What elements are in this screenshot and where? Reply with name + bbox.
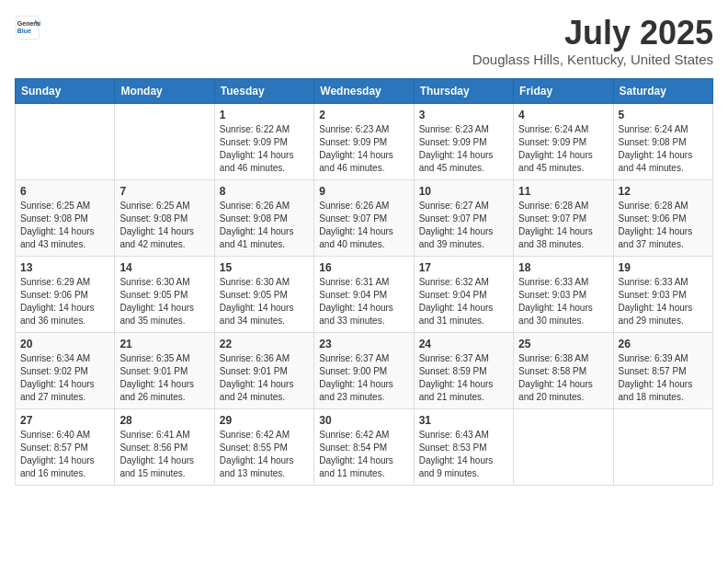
day-number: 6 — [20, 185, 109, 198]
day-info: Sunrise: 6:31 AMSunset: 9:04 PMDaylight:… — [319, 277, 393, 326]
day-cell — [16, 103, 115, 179]
day-info: Sunrise: 6:35 AMSunset: 9:01 PMDaylight:… — [119, 353, 194, 402]
day-cell: 21 Sunrise: 6:35 AMSunset: 9:01 PMDaylig… — [115, 332, 214, 408]
location-title: Douglass Hills, Kentucky, United States — [472, 52, 713, 67]
day-cell: 7 Sunrise: 6:25 AMSunset: 9:08 PMDayligh… — [115, 179, 214, 256]
day-number: 15 — [220, 261, 309, 274]
day-info: Sunrise: 6:22 AMSunset: 9:09 PMDaylight:… — [220, 124, 294, 173]
day-number: 14 — [119, 261, 209, 274]
day-info: Sunrise: 6:37 AMSunset: 8:59 PMDaylight:… — [419, 353, 494, 402]
day-info: Sunrise: 6:41 AMSunset: 8:56 PMDaylight:… — [119, 430, 194, 478]
day-number: 28 — [119, 414, 209, 427]
day-info: Sunrise: 6:23 AMSunset: 9:09 PMDaylight:… — [319, 124, 393, 173]
day-cell: 6 Sunrise: 6:25 AMSunset: 9:08 PMDayligh… — [16, 179, 115, 256]
day-info: Sunrise: 6:37 AMSunset: 9:00 PMDaylight:… — [319, 353, 393, 402]
weekday-header-wednesday: Wednesday — [314, 78, 414, 103]
day-number: 10 — [419, 185, 508, 198]
day-number: 17 — [419, 261, 508, 274]
day-info: Sunrise: 6:29 AMSunset: 9:06 PMDaylight:… — [20, 277, 95, 326]
day-info: Sunrise: 6:28 AMSunset: 9:07 PMDaylight:… — [518, 201, 593, 249]
day-info: Sunrise: 6:30 AMSunset: 9:05 PMDaylight:… — [220, 277, 294, 326]
day-number: 12 — [619, 185, 708, 198]
day-cell — [115, 103, 214, 179]
day-info: Sunrise: 6:30 AMSunset: 9:05 PMDaylight:… — [119, 277, 194, 326]
day-info: Sunrise: 6:38 AMSunset: 8:58 PMDaylight:… — [518, 353, 593, 402]
day-info: Sunrise: 6:34 AMSunset: 9:02 PMDaylight:… — [20, 353, 95, 402]
day-cell: 20 Sunrise: 6:34 AMSunset: 9:02 PMDaylig… — [16, 332, 115, 408]
day-cell: 28 Sunrise: 6:41 AMSunset: 8:56 PMDaylig… — [115, 408, 214, 485]
day-number: 1 — [220, 109, 309, 121]
day-cell — [514, 408, 613, 485]
logo-icon: General Blue — [15, 15, 40, 40]
day-number: 11 — [518, 185, 608, 198]
day-cell — [613, 408, 712, 485]
day-cell: 8 Sunrise: 6:26 AMSunset: 9:08 PMDayligh… — [214, 179, 313, 256]
day-number: 7 — [119, 185, 209, 198]
day-cell: 3 Sunrise: 6:23 AMSunset: 9:09 PMDayligh… — [414, 103, 513, 179]
day-number: 29 — [220, 414, 309, 427]
day-number: 9 — [319, 185, 408, 198]
day-number: 26 — [619, 338, 708, 350]
day-cell: 31 Sunrise: 6:43 AMSunset: 8:53 PMDaylig… — [414, 408, 513, 485]
svg-text:Blue: Blue — [17, 28, 31, 34]
calendar-table: SundayMondayTuesdayWednesdayThursdayFrid… — [15, 78, 713, 486]
day-cell: 22 Sunrise: 6:36 AMSunset: 9:01 PMDaylig… — [214, 332, 313, 408]
day-info: Sunrise: 6:33 AMSunset: 9:03 PMDaylight:… — [518, 277, 593, 326]
day-cell: 16 Sunrise: 6:31 AMSunset: 9:04 PMDaylig… — [314, 256, 414, 332]
day-number: 4 — [518, 109, 608, 121]
day-cell: 29 Sunrise: 6:42 AMSunset: 8:55 PMDaylig… — [214, 408, 313, 485]
day-cell: 10 Sunrise: 6:27 AMSunset: 9:07 PMDaylig… — [414, 179, 513, 256]
day-info: Sunrise: 6:26 AMSunset: 9:08 PMDaylight:… — [220, 201, 294, 249]
day-cell: 30 Sunrise: 6:42 AMSunset: 8:54 PMDaylig… — [314, 408, 414, 485]
day-cell: 23 Sunrise: 6:37 AMSunset: 9:00 PMDaylig… — [314, 332, 414, 408]
day-number: 25 — [518, 338, 608, 350]
day-number: 3 — [419, 109, 508, 121]
day-number: 21 — [119, 338, 209, 350]
day-cell: 25 Sunrise: 6:38 AMSunset: 8:58 PMDaylig… — [514, 332, 613, 408]
day-number: 23 — [319, 338, 408, 350]
day-info: Sunrise: 6:25 AMSunset: 9:08 PMDaylight:… — [119, 201, 194, 249]
header: General Blue July 2025 Douglass Hills, K… — [15, 15, 713, 67]
month-title: July 2025 — [472, 15, 713, 52]
day-cell: 4 Sunrise: 6:24 AMSunset: 9:09 PMDayligh… — [514, 103, 613, 179]
week-row-2: 6 Sunrise: 6:25 AMSunset: 9:08 PMDayligh… — [16, 179, 713, 256]
weekday-header-monday: Monday — [115, 78, 214, 103]
day-info: Sunrise: 6:27 AMSunset: 9:07 PMDaylight:… — [419, 201, 494, 249]
day-info: Sunrise: 6:26 AMSunset: 9:07 PMDaylight:… — [319, 201, 393, 249]
weekday-header-saturday: Saturday — [613, 78, 712, 103]
day-cell: 13 Sunrise: 6:29 AMSunset: 9:06 PMDaylig… — [16, 256, 115, 332]
day-cell: 26 Sunrise: 6:39 AMSunset: 8:57 PMDaylig… — [613, 332, 712, 408]
day-info: Sunrise: 6:24 AMSunset: 9:09 PMDaylight:… — [518, 124, 593, 173]
day-cell: 12 Sunrise: 6:28 AMSunset: 9:06 PMDaylig… — [613, 179, 712, 256]
day-cell: 17 Sunrise: 6:32 AMSunset: 9:04 PMDaylig… — [414, 256, 513, 332]
logo: General Blue — [15, 15, 40, 40]
day-number: 30 — [319, 414, 408, 427]
day-info: Sunrise: 6:43 AMSunset: 8:53 PMDaylight:… — [419, 430, 494, 478]
day-info: Sunrise: 6:42 AMSunset: 8:54 PMDaylight:… — [319, 430, 393, 478]
title-area: July 2025 Douglass Hills, Kentucky, Unit… — [472, 15, 713, 67]
day-info: Sunrise: 6:42 AMSunset: 8:55 PMDaylight:… — [220, 430, 294, 478]
day-info: Sunrise: 6:33 AMSunset: 9:03 PMDaylight:… — [619, 277, 693, 326]
day-number: 13 — [20, 261, 109, 274]
day-number: 18 — [518, 261, 608, 274]
day-number: 8 — [220, 185, 309, 198]
day-info: Sunrise: 6:24 AMSunset: 9:08 PMDaylight:… — [619, 124, 693, 173]
weekday-header-friday: Friday — [514, 78, 613, 103]
day-number: 16 — [319, 261, 408, 274]
day-info: Sunrise: 6:40 AMSunset: 8:57 PMDaylight:… — [20, 430, 95, 478]
weekday-header-tuesday: Tuesday — [214, 78, 313, 103]
day-cell: 14 Sunrise: 6:30 AMSunset: 9:05 PMDaylig… — [115, 256, 214, 332]
day-cell: 5 Sunrise: 6:24 AMSunset: 9:08 PMDayligh… — [613, 103, 712, 179]
week-row-5: 27 Sunrise: 6:40 AMSunset: 8:57 PMDaylig… — [16, 408, 713, 485]
week-row-1: 1 Sunrise: 6:22 AMSunset: 9:09 PMDayligh… — [16, 103, 713, 179]
day-cell: 9 Sunrise: 6:26 AMSunset: 9:07 PMDayligh… — [314, 179, 414, 256]
weekday-header-thursday: Thursday — [414, 78, 513, 103]
day-number: 20 — [20, 338, 109, 350]
day-cell: 19 Sunrise: 6:33 AMSunset: 9:03 PMDaylig… — [613, 256, 712, 332]
day-number: 19 — [619, 261, 708, 274]
day-cell: 1 Sunrise: 6:22 AMSunset: 9:09 PMDayligh… — [214, 103, 313, 179]
day-info: Sunrise: 6:36 AMSunset: 9:01 PMDaylight:… — [220, 353, 294, 402]
day-number: 2 — [319, 109, 408, 121]
day-info: Sunrise: 6:25 AMSunset: 9:08 PMDaylight:… — [20, 201, 95, 249]
day-info: Sunrise: 6:39 AMSunset: 8:57 PMDaylight:… — [619, 353, 693, 402]
